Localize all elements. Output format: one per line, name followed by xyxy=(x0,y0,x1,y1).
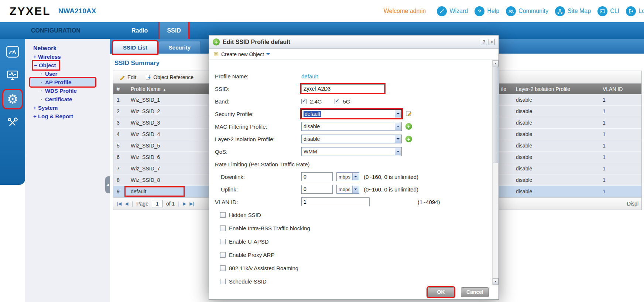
scrollbar-thumb[interactable] xyxy=(493,67,498,163)
layer2-cell: disable xyxy=(513,177,599,183)
intra-bss-checkbox[interactable] xyxy=(220,225,226,231)
next-page-icon[interactable]: ▶ xyxy=(183,201,186,206)
monitor-icon[interactable] xyxy=(3,66,22,85)
schedule-ssid-checkbox[interactable] xyxy=(220,279,226,284)
col-profile-name[interactable]: Profile Name▲ xyxy=(127,86,207,92)
mac-filtering-select[interactable]: disable xyxy=(301,122,402,131)
object-reference-label: Object Reference xyxy=(153,74,193,80)
security-profile-select[interactable]: default xyxy=(301,109,402,118)
chevron-down-icon xyxy=(266,53,270,57)
object-reference-button[interactable]: Object Reference xyxy=(141,73,197,82)
band-24g-checkbox[interactable] xyxy=(301,99,307,104)
sitemap-link[interactable]: Site Map xyxy=(555,6,591,16)
sidebar-item-ap-profile[interactable]: AP Profile xyxy=(30,78,95,86)
downlink-unit-select[interactable]: mbps xyxy=(336,172,359,181)
rate-limiting-label: Rate Limiting (Per Station Traffic Rate) xyxy=(215,161,310,167)
edit-button[interactable]: Edit xyxy=(116,73,140,82)
add-layer2-profile-icon[interactable] xyxy=(405,136,412,142)
qos-select[interactable]: WMM xyxy=(301,147,402,156)
layer2-isolation-select[interactable]: disable xyxy=(301,135,402,143)
layer2-cell: disable xyxy=(513,97,599,103)
uplink-input[interactable] xyxy=(301,185,333,194)
dropdown-arrow-icon[interactable] xyxy=(395,135,401,143)
cancel-button[interactable]: Cancel xyxy=(461,287,489,297)
profile-name-cell: Wiz_SSID_5 xyxy=(127,143,207,149)
dropdown-arrow-icon[interactable] xyxy=(352,173,359,180)
maintenance-icon[interactable] xyxy=(3,113,22,132)
uplink-unit-select[interactable]: mbps xyxy=(336,185,359,194)
dropdown-arrow-icon[interactable] xyxy=(395,110,401,118)
hidden-ssid-checkbox[interactable] xyxy=(220,212,226,218)
dropdown-arrow-icon[interactable] xyxy=(395,123,401,130)
sidebar-item-wds-profile[interactable]: WDS Profile xyxy=(25,86,110,95)
tab-ssid[interactable]: SSID xyxy=(160,22,188,39)
wizard-link[interactable]: Wizard xyxy=(437,6,468,16)
top-header: ZYXEL NWA210AX Welcome admin Wizard ? He… xyxy=(0,0,644,22)
dialog-close-button[interactable]: × xyxy=(489,39,495,45)
community-link[interactable]: Community xyxy=(506,6,548,16)
dropdown-arrow-icon[interactable] xyxy=(395,148,401,155)
dropdown-arrow-icon[interactable] xyxy=(352,186,359,193)
settings-gear-icon[interactable]: ⚙ xyxy=(3,90,22,108)
vlan-id-input[interactable] xyxy=(301,197,370,206)
sidebar-item-user[interactable]: User xyxy=(25,69,110,78)
mac-filtering-value: disable xyxy=(304,123,320,129)
row-number: 4 xyxy=(113,131,127,137)
wizard-label: Wizard xyxy=(449,8,468,14)
u-apsd-label: Enable U-APSD xyxy=(229,238,269,245)
cli-link[interactable]: CLI xyxy=(597,6,619,16)
sort-asc-icon: ▲ xyxy=(163,88,166,92)
tab-ssid-list[interactable]: SSID List xyxy=(113,41,157,54)
sidebar-collapse-handle[interactable]: ◀ xyxy=(105,176,110,193)
sidebar-item-log-report[interactable]: + Log & Report xyxy=(25,112,110,121)
scroll-up-icon[interactable]: ▲ xyxy=(493,60,499,67)
assisted-roaming-checkbox[interactable] xyxy=(220,265,226,271)
security-profile-row: Security Profile: default xyxy=(209,108,492,120)
row-number: 3 xyxy=(113,120,127,126)
mac-filtering-label: MAC Filtering Profile: xyxy=(215,123,301,130)
mac-filtering-row: MAC Filtering Profile: disable xyxy=(209,120,492,133)
edit-profile-icon[interactable] xyxy=(405,110,412,118)
edit-button-label: Edit xyxy=(127,74,136,80)
help-label: Help xyxy=(487,8,499,14)
last-page-icon[interactable]: ▶| xyxy=(189,201,194,206)
layer2-cell: disable xyxy=(513,120,599,126)
proxy-arp-checkbox[interactable] xyxy=(220,252,226,258)
vlan-cell: 1 xyxy=(599,166,641,172)
ok-button[interactable]: OK xyxy=(428,287,454,297)
col-layer2-profile[interactable]: Layer-2 Isolation Profile xyxy=(513,86,599,92)
col-tail: ile xyxy=(498,86,513,92)
dashboard-icon[interactable] xyxy=(3,43,22,61)
sidebar-item-certificate[interactable]: Certificate xyxy=(25,95,110,104)
dialog-title: Edit SSID Profile default xyxy=(223,39,479,45)
help-link[interactable]: ? Help xyxy=(475,6,499,16)
sidebar-item-system[interactable]: + System xyxy=(25,104,110,112)
sidebar-item-network[interactable]: Network xyxy=(25,44,110,52)
page-input[interactable] xyxy=(152,200,163,207)
first-page-icon[interactable]: |◀ xyxy=(117,201,121,206)
col-number[interactable]: # xyxy=(113,86,127,92)
dialog-title-bar[interactable]: Edit SSID Profile default ? × xyxy=(209,35,499,49)
downlink-input[interactable] xyxy=(301,172,333,181)
row-number: 1 xyxy=(113,97,127,103)
assisted-roaming-label: 802.11k/v Assisted Roaming xyxy=(229,265,298,271)
col-vlan-id[interactable]: VLAN ID xyxy=(599,86,641,92)
scroll-down-icon[interactable]: ▼ xyxy=(493,278,499,285)
vlan-cell: 1 xyxy=(599,189,641,194)
community-icon xyxy=(506,6,516,16)
logout-link[interactable]: Logout xyxy=(626,6,644,16)
tab-radio[interactable]: Radio xyxy=(124,22,155,39)
sidebar-item-object[interactable]: − Object xyxy=(25,61,110,69)
add-mac-profile-icon[interactable] xyxy=(405,123,412,130)
sidebar-item-wireless[interactable]: + Wireless xyxy=(25,52,110,61)
band-5g-checkbox[interactable] xyxy=(335,99,340,104)
page-of-label: of 1 xyxy=(166,201,175,207)
tab-security[interactable]: Security xyxy=(159,41,201,54)
dialog-help-button[interactable]: ? xyxy=(481,39,487,45)
dialog-scrollbar[interactable]: ▲ ▼ xyxy=(492,60,499,285)
prev-page-icon[interactable]: ◀ xyxy=(125,201,128,206)
u-apsd-checkbox[interactable] xyxy=(220,239,226,244)
ssid-row: SSID: xyxy=(209,82,492,95)
ssid-input[interactable] xyxy=(301,84,384,93)
create-new-object-button[interactable]: Create new Object xyxy=(209,49,499,60)
